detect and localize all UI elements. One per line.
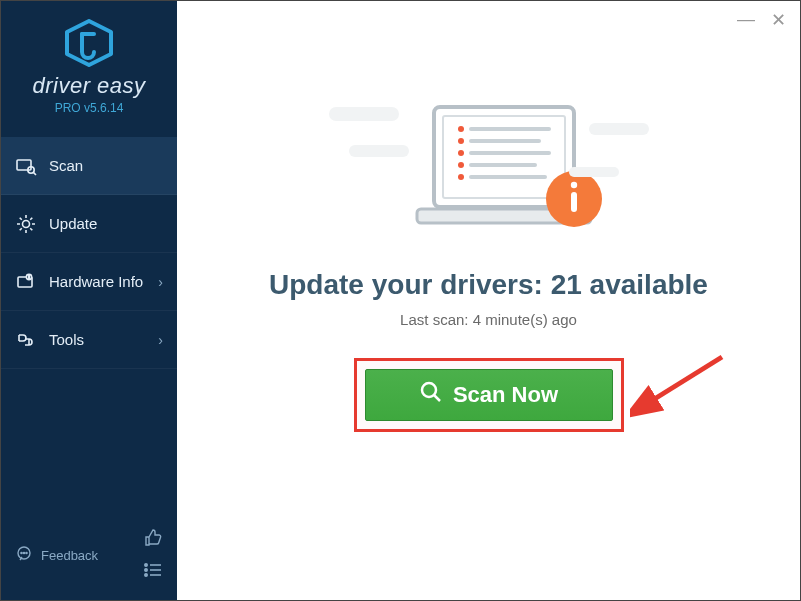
sidebar-item-update[interactable]: Update	[1, 195, 177, 253]
svg-line-36	[434, 395, 440, 401]
feedback-label: Feedback	[41, 548, 98, 563]
brand-block: driver easy PRO v5.6.14	[1, 1, 177, 125]
svg-line-37	[648, 357, 722, 403]
minimize-button[interactable]: —	[737, 9, 755, 31]
chat-icon	[15, 545, 33, 566]
scan-button-label: Scan Now	[453, 382, 558, 408]
chevron-right-icon: ›	[158, 332, 163, 348]
close-button[interactable]: ✕	[771, 9, 786, 31]
list-icon[interactable]	[143, 562, 163, 582]
lastscan-value: 4 minute(s) ago	[473, 311, 577, 328]
svg-point-13	[145, 564, 147, 566]
logo-icon	[1, 19, 177, 67]
svg-point-35	[422, 383, 436, 397]
sidebar-item-tools[interactable]: Tools ›	[1, 311, 177, 369]
laptop-illustration	[339, 97, 639, 247]
brand-version: PRO v5.6.14	[1, 101, 177, 115]
svg-point-31	[458, 174, 464, 180]
svg-point-15	[145, 569, 147, 571]
annotation-arrow	[630, 351, 730, 425]
hardware-icon: i	[15, 271, 37, 293]
scan-icon	[15, 155, 37, 177]
sidebar-item-label: Tools	[49, 331, 84, 348]
magnifier-icon	[419, 380, 443, 410]
available-count: 21	[551, 269, 582, 300]
scan-highlight-box: Scan Now	[354, 358, 624, 432]
svg-point-11	[23, 552, 24, 553]
feedback-button[interactable]: Feedback	[15, 545, 98, 566]
lastscan-prefix: Last scan:	[400, 311, 473, 328]
svg-point-30	[458, 162, 464, 168]
svg-point-17	[145, 574, 147, 576]
svg-line-4	[33, 172, 36, 175]
headline-prefix: Update your drivers:	[269, 269, 551, 300]
sidebar-nav: Scan Update i	[1, 137, 177, 369]
scan-now-button[interactable]: Scan Now	[365, 369, 613, 421]
svg-point-29	[458, 150, 464, 156]
svg-text:i: i	[28, 274, 29, 280]
sidebar-item-scan[interactable]: Scan	[1, 137, 177, 195]
svg-point-27	[458, 126, 464, 132]
gear-icon	[15, 213, 37, 235]
sidebar-item-label: Hardware Info	[49, 273, 143, 290]
headline-suffix: available	[582, 269, 708, 300]
svg-rect-34	[571, 192, 577, 212]
svg-point-10	[21, 552, 22, 553]
chevron-right-icon: ›	[158, 274, 163, 290]
sidebar-item-label: Update	[49, 215, 97, 232]
svg-point-12	[26, 552, 27, 553]
last-scan-text: Last scan: 4 minute(s) ago	[400, 311, 577, 328]
svg-point-28	[458, 138, 464, 144]
svg-point-5	[23, 220, 30, 227]
brand-name: driver easy	[1, 73, 177, 99]
sidebar-item-hardware-info[interactable]: i Hardware Info ›	[1, 253, 177, 311]
main-pane: — ✕	[177, 1, 800, 600]
headline: Update your drivers: 21 available	[269, 269, 708, 301]
sidebar-footer: Feedback	[1, 518, 177, 600]
svg-point-33	[570, 182, 576, 188]
tools-icon	[15, 329, 37, 351]
sidebar: driver easy PRO v5.6.14 Scan	[1, 1, 177, 600]
thumbs-up-icon[interactable]	[143, 528, 163, 552]
window-controls: — ✕	[737, 9, 786, 31]
sidebar-item-label: Scan	[49, 157, 83, 174]
